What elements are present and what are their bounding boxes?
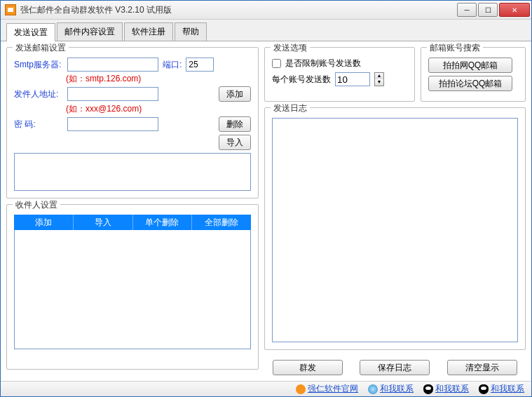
send-mailbox-legend: 发送邮箱设置 xyxy=(13,42,69,54)
per-account-input[interactable] xyxy=(335,72,370,86)
sender-addr-label: 发件人地址: xyxy=(14,88,63,100)
minimize-button[interactable]: ─ xyxy=(457,3,477,17)
paipai-web-qq-button[interactable]: 拍拍网QQ邮箱 xyxy=(428,58,512,73)
recipient-group: 收件人设置 添加 导入 单个删除 全部删除 xyxy=(6,204,259,370)
port-label: 端口: xyxy=(163,59,182,71)
recipient-listbox[interactable] xyxy=(14,230,251,349)
tab-content-settings[interactable]: 邮件内容设置 xyxy=(57,22,123,41)
port-input[interactable] xyxy=(186,58,214,72)
smtp-hint: (如：smtp.126.com) xyxy=(66,73,251,85)
smtp-input[interactable] xyxy=(67,58,158,72)
send-log-legend: 发送日志 xyxy=(271,102,310,114)
recipient-delete-one-button[interactable]: 单个删除 xyxy=(133,215,193,230)
tab-strip: 发送设置 邮件内容设置 软件注册 帮助 xyxy=(1,20,531,41)
per-account-label: 每个账号发送数 xyxy=(272,74,331,86)
send-log-group: 发送日志 xyxy=(264,107,526,350)
site-icon xyxy=(296,384,306,394)
qq-icon xyxy=(479,384,489,394)
addr-hint: (如：xxx@126.com) xyxy=(66,103,251,115)
contact-link-3[interactable]: 和我联系 xyxy=(491,384,524,393)
recipient-delete-all-button[interactable]: 全部删除 xyxy=(192,215,251,230)
limit-checkbox[interactable] xyxy=(272,59,281,68)
window-title: 强仁邮件全自动群发软件 V3.2.10 试用版 xyxy=(20,4,456,16)
contact-link-2[interactable]: 和我联系 xyxy=(435,384,469,393)
globe-icon xyxy=(368,384,378,394)
log-textarea[interactable] xyxy=(272,118,518,342)
account-search-legend: 邮箱账号搜索 xyxy=(427,42,483,54)
close-button[interactable]: ✕ xyxy=(499,3,530,17)
send-mailbox-group: 发送邮箱设置 Smtp服务器: 端口: (如：smtp.126.com) 发件人… xyxy=(6,47,259,198)
recipient-import-button[interactable]: 导入 xyxy=(74,215,133,230)
send-options-group: 发送选项 是否限制账号发送数 每个账号发送数 ▲▼ xyxy=(264,47,415,102)
limit-label: 是否限制账号发送数 xyxy=(285,58,361,69)
sender-addr-input[interactable] xyxy=(67,87,158,101)
per-account-spinner[interactable]: ▲▼ xyxy=(374,72,384,86)
tab-register[interactable]: 软件注册 xyxy=(124,22,173,41)
password-label: 密 码: xyxy=(14,119,63,130)
password-input[interactable] xyxy=(67,117,158,131)
account-search-group: 邮箱账号搜索 拍拍网QQ邮箱 拍拍论坛QQ邮箱 xyxy=(421,47,526,102)
qq-icon xyxy=(423,384,433,394)
maximize-button[interactable]: ☐ xyxy=(478,3,498,17)
contact-link-1[interactable]: 和我联系 xyxy=(380,384,414,393)
sender-listbox[interactable] xyxy=(14,153,251,191)
import-sender-button[interactable]: 导入 xyxy=(219,135,251,150)
titlebar: 强仁邮件全自动群发软件 V3.2.10 试用版 ─ ☐ ✕ xyxy=(1,1,531,20)
send-options-legend: 发送选项 xyxy=(271,42,310,54)
tab-help[interactable]: 帮助 xyxy=(175,22,207,41)
official-site-link[interactable]: 强仁软件官网 xyxy=(308,384,358,393)
save-log-button[interactable]: 保存日志 xyxy=(360,360,430,375)
paipai-bbs-qq-button[interactable]: 拍拍论坛QQ邮箱 xyxy=(428,76,512,91)
recipient-legend: 收件人设置 xyxy=(13,199,60,211)
clear-display-button[interactable]: 清空显示 xyxy=(447,360,517,375)
delete-sender-button[interactable]: 删除 xyxy=(219,116,251,132)
add-sender-button[interactable]: 添加 xyxy=(219,86,251,102)
tab-send-settings[interactable]: 发送设置 xyxy=(6,23,55,41)
recipient-add-button[interactable]: 添加 xyxy=(14,215,74,230)
smtp-label: Smtp服务器: xyxy=(14,59,63,71)
recipient-toolbar: 添加 导入 单个删除 全部删除 xyxy=(14,215,251,230)
status-bar: 强仁软件官网 和我联系 和我联系 和我联系 xyxy=(1,381,531,396)
app-icon xyxy=(5,4,16,15)
mass-send-button[interactable]: 群发 xyxy=(273,360,343,375)
